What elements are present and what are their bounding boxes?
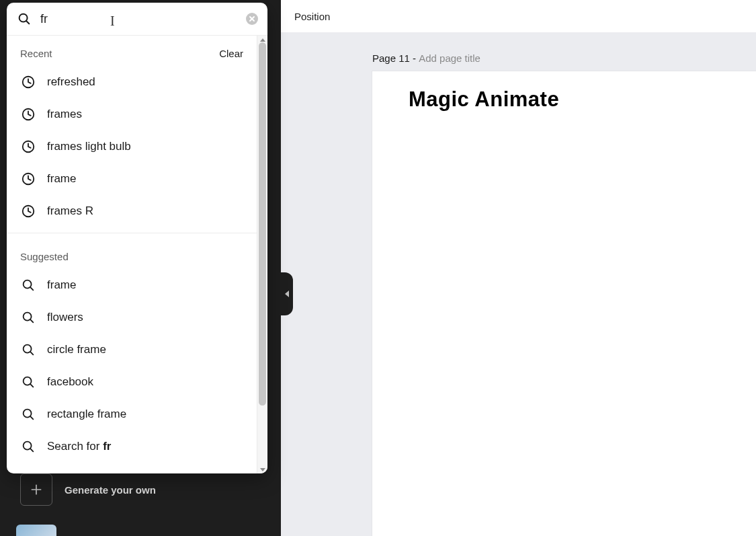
recent-item-label: frames R [47, 204, 93, 218]
search-icon [20, 309, 36, 326]
search-icon [20, 406, 36, 422]
search-icon [20, 342, 36, 358]
suggested-item-label: rectangle frame [47, 408, 126, 421]
result-thumbnail[interactable] [16, 525, 56, 536]
svg-line-14 [30, 319, 33, 322]
search-for-query: fr [103, 440, 111, 453]
page-header[interactable]: Page 11 - Add page title [372, 52, 480, 64]
scrollbar[interactable] [257, 36, 267, 473]
suggested-item-label: frame [47, 278, 76, 292]
suggested-item-label: flowers [47, 311, 83, 324]
search-dropdown: I Recent Clear refreshed frames frames l… [7, 3, 267, 473]
suggested-label: Suggested [20, 251, 69, 262]
svg-line-22 [30, 449, 33, 451]
generate-your-own-row[interactable]: Generate your own [20, 473, 156, 506]
search-for-prefix: Search for [47, 440, 103, 453]
recent-label: Recent [20, 48, 52, 59]
suggested-item[interactable]: frame [7, 269, 257, 301]
divider [7, 233, 257, 233]
svg-line-20 [30, 416, 33, 419]
clock-icon [20, 106, 36, 122]
recent-item[interactable]: frames light bulb [7, 130, 257, 163]
page-number-label: Page 11 - [372, 52, 419, 64]
suggested-item[interactable]: rectangle frame [7, 398, 257, 430]
suggested-item-label: facebook [47, 375, 93, 389]
search-icon [16, 11, 32, 27]
suggested-section-header: Suggested [7, 239, 257, 269]
scrollbar-thumb[interactable] [259, 42, 266, 406]
position-button[interactable]: Position [294, 11, 330, 22]
top-toolbar: Position [281, 0, 756, 32]
clock-icon [20, 171, 36, 187]
recent-item[interactable]: refreshed [7, 66, 257, 98]
recent-item-label: frame [47, 172, 76, 186]
recent-item[interactable]: frames [7, 98, 257, 130]
canvas-area: Page 11 - Add page title Magic Animate [281, 32, 756, 536]
search-icon [20, 374, 36, 390]
suggested-item[interactable]: flowers [7, 301, 257, 334]
recent-item-label: refreshed [47, 75, 95, 89]
suggested-item[interactable]: facebook [7, 366, 257, 398]
search-icon [20, 277, 36, 293]
clock-icon [20, 74, 36, 90]
collapse-sidebar-handle[interactable] [281, 272, 293, 315]
canvas-heading-text[interactable]: Magic Animate [409, 87, 559, 112]
svg-line-16 [30, 352, 33, 354]
clock-icon [20, 139, 36, 155]
clock-icon [20, 203, 36, 219]
generate-label: Generate your own [65, 484, 156, 496]
recent-item[interactable]: frames R [7, 195, 257, 227]
clear-search-icon[interactable] [246, 13, 258, 25]
search-icon [20, 438, 36, 455]
svg-line-18 [30, 384, 33, 387]
page-title-placeholder[interactable]: Add page title [419, 52, 480, 64]
search-bar: I [7, 3, 267, 36]
svg-line-3 [26, 21, 29, 24]
search-input[interactable] [40, 12, 238, 26]
suggested-item-label: circle frame [47, 343, 106, 356]
search-for-row[interactable]: Search for fr [7, 430, 257, 463]
canvas-page[interactable]: Magic Animate [372, 71, 756, 536]
suggested-item[interactable]: circle frame [7, 334, 257, 366]
plus-icon [20, 473, 52, 506]
recent-item-label: frames [47, 108, 82, 121]
recent-section-header: Recent Clear [7, 36, 257, 66]
clear-recent-button[interactable]: Clear [219, 48, 243, 59]
recent-item-label: frames light bulb [47, 140, 131, 153]
svg-line-12 [30, 287, 33, 290]
recent-item[interactable]: frame [7, 163, 257, 195]
